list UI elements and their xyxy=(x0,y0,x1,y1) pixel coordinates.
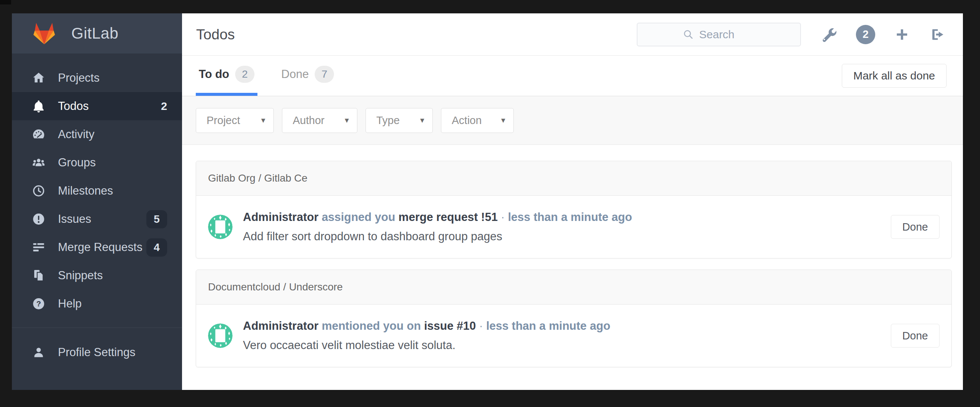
main-content: Todos 2 xyxy=(182,13,963,390)
sidebar-item-merge-requests[interactable]: Merge Requests 4 xyxy=(12,233,182,261)
filter-band: Project ▾ Author ▾ Type ▾ Action ▾ xyxy=(182,96,963,145)
type-filter-dropdown[interactable]: Type ▾ xyxy=(366,108,433,133)
sidebar-item-snippets[interactable]: Snippets xyxy=(12,261,182,289)
mark-all-as-done-button[interactable]: Mark all as done xyxy=(842,64,947,87)
chevron-down-icon: ▾ xyxy=(501,116,505,125)
search-box xyxy=(637,23,801,46)
dashboard-icon xyxy=(31,127,46,142)
sidebar-item-activity[interactable]: Activity xyxy=(12,120,182,149)
dropdown-label: Action xyxy=(452,114,482,127)
todo-author: Administrator xyxy=(243,320,318,332)
chevron-down-icon: ▾ xyxy=(261,116,265,125)
sidebar-item-label: Snippets xyxy=(58,269,167,282)
new-project-plus-icon[interactable] xyxy=(893,25,911,43)
bell-icon xyxy=(31,99,46,114)
todo-body: Add filter sort dropdown to dashboard gr… xyxy=(243,228,880,245)
todo-action-link[interactable]: mentioned you on xyxy=(322,320,421,332)
todo-target-link[interactable]: issue #10 xyxy=(424,320,476,332)
groups-icon xyxy=(31,155,46,170)
snippet-icon xyxy=(31,268,46,283)
logo-header[interactable]: GitLab xyxy=(12,13,182,54)
author-filter-dropdown[interactable]: Author ▾ xyxy=(282,108,357,133)
search-input[interactable] xyxy=(699,28,755,41)
todos-count-badge: 2 xyxy=(161,100,167,113)
done-button[interactable]: Done xyxy=(891,324,940,348)
gitlab-logo-icon xyxy=(32,21,56,46)
issue-icon xyxy=(31,211,46,227)
action-filter-dropdown[interactable]: Action ▾ xyxy=(441,108,514,133)
sidebar-item-label: Todos xyxy=(58,100,161,113)
sidebar-divider xyxy=(12,328,182,328)
issues-count-badge: 5 xyxy=(146,210,167,228)
sidebar-item-label: Help xyxy=(58,297,167,310)
dropdown-label: Project xyxy=(207,114,240,127)
todo-target-link[interactable]: merge request !51 xyxy=(399,211,498,224)
chevron-down-icon: ▾ xyxy=(420,116,424,125)
tab-todo-count-badge: 2 xyxy=(235,66,255,83)
sidebar-item-label: Merge Requests xyxy=(58,241,146,254)
todo-separator: · xyxy=(479,320,483,332)
sidebar: GitLab Projects Todos 2 Activity xyxy=(12,13,182,390)
sidebar-item-label: Milestones xyxy=(58,184,167,197)
merge-requests-count-badge: 4 xyxy=(146,238,167,257)
sidebar-item-todos[interactable]: Todos 2 xyxy=(12,92,182,120)
svg-text:?: ? xyxy=(37,299,41,308)
logo-text: GitLab xyxy=(71,24,119,42)
sidebar-item-label: Groups xyxy=(58,156,167,169)
project-filter-dropdown[interactable]: Project ▾ xyxy=(196,108,274,133)
todo-group-panel: Documentcloud / Underscore xyxy=(196,270,952,367)
todo-timestamp-link[interactable]: less than a minute ago xyxy=(508,211,632,224)
sidebar-item-milestones[interactable]: Milestones xyxy=(12,177,182,205)
sidebar-item-profile-settings[interactable]: Profile Settings xyxy=(12,338,182,367)
project-group-header: Documentcloud / Underscore xyxy=(196,270,951,305)
avatar xyxy=(208,323,232,348)
avatar xyxy=(208,215,232,239)
sidebar-item-label: Issues xyxy=(58,212,146,226)
tabs-row: To do 2 Done 7 Mark all as done xyxy=(182,56,963,96)
sidebar-item-help[interactable]: ? Help xyxy=(12,289,182,318)
dropdown-label: Author xyxy=(293,114,324,127)
sidebar-item-label: Projects xyxy=(58,71,167,85)
todo-author: Administrator xyxy=(243,211,318,224)
home-icon xyxy=(31,70,46,86)
todo-body: Vero occaecati velit molestiae velit sol… xyxy=(243,337,880,354)
tab-done-count-badge: 7 xyxy=(315,66,334,83)
sidebar-item-projects[interactable]: Projects xyxy=(12,64,182,92)
tab-done[interactable]: Done 7 xyxy=(278,56,337,96)
done-button[interactable]: Done xyxy=(891,215,940,239)
clock-icon xyxy=(31,183,46,198)
project-group-header: Gitlab Org / Gitlab Ce xyxy=(196,161,951,196)
todo-group-panel: Gitlab Org / Gitlab Ce xyxy=(196,161,952,258)
user-icon xyxy=(31,345,46,360)
dropdown-label: Type xyxy=(376,114,400,127)
chevron-down-icon: ▾ xyxy=(345,116,349,125)
todo-timestamp-link[interactable]: less than a minute ago xyxy=(486,320,610,332)
sidebar-item-label: Activity xyxy=(58,128,167,141)
gitlab-window: GitLab Projects Todos 2 Activity xyxy=(12,13,963,390)
page-title: Todos xyxy=(196,26,235,43)
tab-todo[interactable]: To do 2 xyxy=(196,56,258,96)
todo-list: Gitlab Org / Gitlab Ce xyxy=(182,145,963,390)
todo-action-link[interactable]: assigned you xyxy=(322,211,395,224)
tab-todo-label: To do xyxy=(199,68,229,81)
todo-separator: · xyxy=(501,211,504,224)
todos-counter-badge[interactable]: 2 xyxy=(856,25,875,44)
page-header: Todos 2 xyxy=(182,13,963,56)
sidebar-item-groups[interactable]: Groups xyxy=(12,149,182,177)
admin-wrench-icon[interactable] xyxy=(820,25,838,43)
todo-item: Administrator mentioned you on issue #10… xyxy=(196,305,951,367)
merge-requests-icon xyxy=(31,240,46,255)
search-icon xyxy=(683,29,694,40)
todo-item: Administrator assigned you merge request… xyxy=(196,196,951,258)
sign-out-icon[interactable] xyxy=(929,25,947,43)
sidebar-item-label: Profile Settings xyxy=(58,346,167,359)
screen-corner-notch xyxy=(0,0,11,5)
sidebar-item-issues[interactable]: Issues 5 xyxy=(12,205,182,233)
tab-done-label: Done xyxy=(281,68,309,81)
help-icon: ? xyxy=(31,296,46,311)
